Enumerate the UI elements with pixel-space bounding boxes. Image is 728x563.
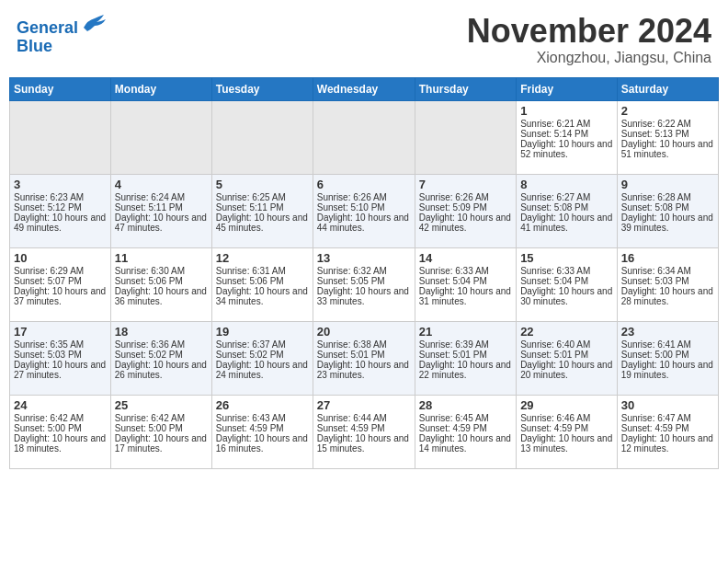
sunset-text: Sunset: 5:02 PM — [216, 350, 309, 360]
table-row: 2Sunrise: 6:22 AMSunset: 5:13 PMDaylight… — [617, 100, 718, 174]
sunset-text: Sunset: 5:00 PM — [621, 350, 714, 360]
daylight-text: Daylight: 10 hours and 12 minutes. — [621, 433, 714, 454]
day-number: 3 — [14, 178, 107, 191]
sunrise-text: Sunrise: 6:39 AM — [419, 339, 512, 350]
daylight-text: Daylight: 10 hours and 23 minutes. — [317, 360, 411, 380]
table-row: 7Sunrise: 6:26 AMSunset: 5:09 PMDaylight… — [415, 174, 516, 247]
daylight-text: Daylight: 10 hours and 13 minutes. — [520, 433, 613, 454]
sunset-text: Sunset: 5:03 PM — [14, 350, 107, 360]
daylight-text: Daylight: 10 hours and 44 minutes. — [317, 213, 411, 233]
day-number: 28 — [419, 398, 512, 412]
month-title: November 2024 — [467, 13, 711, 50]
daylight-text: Daylight: 10 hours and 49 minutes. — [14, 213, 107, 233]
sunset-text: Sunset: 5:04 PM — [520, 276, 613, 286]
table-row: 3Sunrise: 6:23 AMSunset: 5:12 PMDaylight… — [10, 174, 111, 247]
table-row: 8Sunrise: 6:27 AMSunset: 5:08 PMDaylight… — [517, 174, 618, 247]
day-number: 12 — [216, 251, 309, 265]
page-header: General Blue November 2024 Xiongzhou, Ji… — [9, 9, 719, 70]
table-row: 25Sunrise: 6:42 AMSunset: 5:00 PMDayligh… — [110, 395, 211, 468]
day-number: 24 — [14, 398, 107, 412]
sunset-text: Sunset: 5:00 PM — [14, 423, 107, 433]
daylight-text: Daylight: 10 hours and 34 minutes. — [216, 286, 309, 306]
table-row: 4Sunrise: 6:24 AMSunset: 5:11 PMDaylight… — [110, 174, 211, 247]
daylight-text: Daylight: 10 hours and 42 minutes. — [419, 213, 512, 233]
sunset-text: Sunset: 5:03 PM — [621, 276, 714, 286]
daylight-text: Daylight: 10 hours and 16 minutes. — [216, 433, 309, 454]
sunset-text: Sunset: 5:02 PM — [115, 350, 208, 360]
table-row — [10, 100, 111, 174]
col-monday: Monday — [110, 77, 211, 100]
table-row: 6Sunrise: 6:26 AMSunset: 5:10 PMDaylight… — [313, 174, 415, 247]
day-number: 22 — [520, 325, 613, 339]
table-row: 26Sunrise: 6:43 AMSunset: 4:59 PMDayligh… — [211, 395, 313, 468]
location: Xiongzhou, Jiangsu, China — [467, 50, 711, 66]
sunrise-text: Sunrise: 6:31 AM — [216, 266, 309, 276]
sunset-text: Sunset: 5:00 PM — [115, 423, 208, 433]
daylight-text: Daylight: 10 hours and 18 minutes. — [14, 433, 107, 454]
table-row — [211, 100, 313, 174]
sunset-text: Sunset: 5:14 PM — [520, 129, 613, 139]
sunrise-text: Sunrise: 6:40 AM — [520, 339, 613, 350]
sunrise-text: Sunrise: 6:45 AM — [419, 413, 512, 423]
table-row: 24Sunrise: 6:42 AMSunset: 5:00 PMDayligh… — [10, 395, 111, 468]
table-row: 14Sunrise: 6:33 AMSunset: 5:04 PMDayligh… — [415, 247, 516, 321]
sunrise-text: Sunrise: 6:36 AM — [115, 339, 208, 350]
sunrise-text: Sunrise: 6:46 AM — [520, 413, 613, 423]
day-number: 5 — [216, 178, 309, 191]
table-row: 19Sunrise: 6:37 AMSunset: 5:02 PMDayligh… — [211, 321, 313, 395]
daylight-text: Daylight: 10 hours and 17 minutes. — [115, 433, 208, 454]
sunset-text: Sunset: 5:08 PM — [621, 202, 714, 213]
daylight-text: Daylight: 10 hours and 22 minutes. — [419, 360, 512, 380]
logo-bird-icon — [80, 13, 106, 33]
day-number: 8 — [520, 178, 613, 191]
calendar-week-2: 3Sunrise: 6:23 AMSunset: 5:12 PMDaylight… — [10, 174, 719, 247]
day-number: 17 — [14, 325, 107, 339]
sunset-text: Sunset: 5:01 PM — [419, 350, 512, 360]
daylight-text: Daylight: 10 hours and 45 minutes. — [216, 213, 309, 233]
sunrise-text: Sunrise: 6:41 AM — [621, 339, 714, 350]
day-number: 26 — [216, 398, 309, 412]
table-row — [313, 100, 415, 174]
table-row — [415, 100, 516, 174]
table-row: 5Sunrise: 6:25 AMSunset: 5:11 PMDaylight… — [211, 174, 313, 247]
table-row: 21Sunrise: 6:39 AMSunset: 5:01 PMDayligh… — [415, 321, 516, 395]
calendar-week-5: 24Sunrise: 6:42 AMSunset: 5:00 PMDayligh… — [10, 395, 719, 468]
daylight-text: Daylight: 10 hours and 52 minutes. — [520, 139, 613, 159]
col-friday: Friday — [517, 77, 618, 100]
sunrise-text: Sunrise: 6:26 AM — [317, 192, 411, 202]
col-sunday: Sunday — [10, 77, 111, 100]
table-row: 9Sunrise: 6:28 AMSunset: 5:08 PMDaylight… — [617, 174, 718, 247]
day-number: 6 — [317, 178, 411, 191]
sunrise-text: Sunrise: 6:44 AM — [317, 413, 411, 423]
sunrise-text: Sunrise: 6:29 AM — [14, 266, 107, 276]
sunset-text: Sunset: 5:13 PM — [621, 129, 714, 139]
table-row: 18Sunrise: 6:36 AMSunset: 5:02 PMDayligh… — [110, 321, 211, 395]
table-row: 15Sunrise: 6:33 AMSunset: 5:04 PMDayligh… — [517, 247, 618, 321]
table-row: 20Sunrise: 6:38 AMSunset: 5:01 PMDayligh… — [313, 321, 415, 395]
sunrise-text: Sunrise: 6:32 AM — [317, 266, 411, 276]
daylight-text: Daylight: 10 hours and 51 minutes. — [621, 139, 714, 159]
day-number: 19 — [216, 325, 309, 339]
day-number: 30 — [621, 398, 714, 412]
daylight-text: Daylight: 10 hours and 36 minutes. — [115, 286, 208, 306]
table-row: 27Sunrise: 6:44 AMSunset: 4:59 PMDayligh… — [313, 395, 415, 468]
day-number: 29 — [520, 398, 613, 412]
day-number: 18 — [115, 325, 208, 339]
table-row — [110, 100, 211, 174]
sunrise-text: Sunrise: 6:35 AM — [14, 339, 107, 350]
logo-text: General Blue — [17, 17, 106, 56]
daylight-text: Daylight: 10 hours and 26 minutes. — [115, 360, 208, 380]
sunrise-text: Sunrise: 6:25 AM — [216, 192, 309, 202]
sunset-text: Sunset: 5:11 PM — [115, 202, 208, 213]
sunset-text: Sunset: 5:01 PM — [317, 350, 411, 360]
sunset-text: Sunset: 5:06 PM — [216, 276, 309, 286]
table-row: 11Sunrise: 6:30 AMSunset: 5:06 PMDayligh… — [110, 247, 211, 321]
sunrise-text: Sunrise: 6:22 AM — [621, 119, 714, 129]
calendar-header-row: Sunday Monday Tuesday Wednesday Thursday… — [10, 77, 719, 100]
col-tuesday: Tuesday — [211, 77, 313, 100]
day-number: 11 — [115, 251, 208, 265]
table-row: 1Sunrise: 6:21 AMSunset: 5:14 PMDaylight… — [517, 100, 618, 174]
calendar-week-1: 1Sunrise: 6:21 AMSunset: 5:14 PMDaylight… — [10, 100, 719, 174]
daylight-text: Daylight: 10 hours and 27 minutes. — [14, 360, 107, 380]
day-number: 25 — [115, 398, 208, 412]
